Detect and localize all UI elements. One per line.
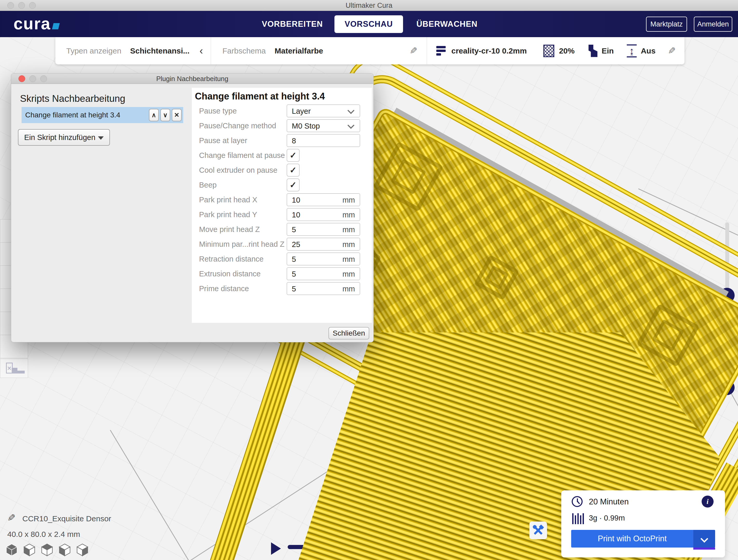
infill-value: 20% — [559, 46, 575, 55]
dialog-minimize-button[interactable] — [29, 75, 36, 82]
marketplace-button[interactable]: Marktplatz — [646, 17, 687, 32]
scripts-heading: Skripts Nachbearbeitung — [20, 93, 125, 104]
infill-icon — [543, 45, 554, 57]
dialog-titlebar[interactable]: Plugin Nachbearbeitung — [11, 73, 373, 84]
change-filament-checkbox[interactable]: ✓ — [287, 149, 300, 162]
pause-method-select[interactable]: M0 Stop — [287, 119, 360, 132]
settings-heading: Change filament at height 3.4 — [195, 91, 325, 102]
field-row: Park print head X 10mm — [192, 193, 372, 206]
add-script-button[interactable]: Ein Skript hinzufügen — [18, 129, 110, 146]
pause-type-select[interactable]: Layer — [287, 104, 360, 117]
retraction-distance-input[interactable]: 5mm — [287, 252, 360, 265]
remove-script-button[interactable]: ✕ — [172, 109, 181, 121]
qr-finder-square — [474, 254, 520, 301]
print-settings-summary[interactable]: creality-cr-10 0.2mm 20% Ein ↨ Aus ✎ — [427, 37, 685, 64]
close-dialog-button[interactable]: Schließen — [328, 327, 369, 340]
park-y-input[interactable]: 10mm — [287, 208, 360, 221]
minimum-park-z-input[interactable]: 25mm — [287, 238, 360, 251]
field-row: Change filament at pause ✓ — [192, 149, 372, 162]
window-close-button[interactable] — [7, 2, 14, 9]
dialog-close-button[interactable] — [18, 75, 25, 82]
window-titlebar: Ultimaker Cura — [0, 0, 738, 11]
field-row: Extrusion distance 5mm — [192, 267, 372, 280]
move-script-up-button[interactable]: ∧ — [149, 109, 159, 121]
view-type-value[interactable]: Schichtenansi... — [130, 46, 190, 55]
model-name: CCR10_Exquisite Densor — [22, 514, 111, 523]
cura-logo: cura — [14, 14, 59, 33]
beep-checkbox[interactable]: ✓ — [287, 178, 300, 191]
window-zoom-button[interactable] — [29, 2, 36, 9]
color-scheme-selector[interactable]: Farbschema Materialfarbe ✎ — [211, 37, 427, 64]
view-right-icon[interactable] — [76, 543, 88, 556]
app-header: cura VORBEREITEN VORSCHAU ÜBERWACHEN Mar… — [0, 11, 738, 37]
window-minimize-button[interactable] — [18, 2, 25, 9]
field-row: Move print head Z 5mm — [192, 223, 372, 236]
material-usage: 3g · 0.99m — [589, 514, 625, 522]
view-orientation-buttons — [6, 543, 88, 556]
rename-pencil-icon: ✎ — [7, 512, 16, 524]
clock-icon — [572, 496, 583, 507]
view-left-icon[interactable] — [59, 543, 71, 556]
field-row: Prime distance 5mm — [192, 282, 372, 295]
window-title: Ultimaker Cura — [0, 0, 738, 11]
info-icon[interactable]: i — [702, 496, 714, 508]
tab-vorschau[interactable]: VORSCHAU — [334, 15, 403, 33]
field-row: Retraction distance 5mm — [192, 252, 372, 265]
collapse-chevron-icon[interactable]: ‹ — [200, 45, 203, 57]
post-processing-dialog: Plugin Nachbearbeitung Skripts Nachbearb… — [11, 73, 374, 342]
field-row: Minimum par...rint head Z 25mm — [192, 238, 372, 251]
pause-at-layer-input[interactable]: 8 — [287, 134, 360, 147]
model-dimensions: 40.0 x 80.0 x 2.4 mm — [7, 530, 80, 539]
support-icon — [587, 45, 598, 57]
adhesion-value: Aus — [641, 46, 656, 55]
field-row: Pause at layer 8 — [192, 134, 372, 147]
script-settings-panel: Change filament at height 3.4 Pause type… — [192, 88, 372, 323]
view-3d-icon[interactable] — [6, 543, 18, 556]
layer-height-icon — [436, 46, 446, 56]
print-options-chevron-icon[interactable] — [693, 530, 715, 548]
script-name: Change filament at height 3.4 — [22, 111, 149, 119]
view-type-label: Typen anzeigen — [66, 46, 121, 55]
view-top-icon[interactable] — [41, 543, 53, 556]
view-front-icon[interactable] — [23, 543, 35, 556]
field-row: Park print head Y 10mm — [192, 208, 372, 221]
print-time: 20 Minuten — [589, 497, 629, 507]
edit-pencil-icon[interactable]: ✎ — [668, 45, 676, 56]
cool-extruder-checkbox[interactable]: ✓ — [287, 164, 300, 177]
tab-vorbereiten[interactable]: VORBEREITEN — [260, 15, 325, 33]
octoprint-settings-button[interactable] — [529, 522, 547, 539]
park-x-input[interactable]: 10mm — [287, 193, 360, 206]
preview-toolbar: Typen anzeigen Schichtenansi... ‹ Farbsc… — [55, 37, 685, 64]
adhesion-icon: ↨ — [626, 44, 637, 57]
qr-finder-square — [373, 141, 444, 212]
edit-pencil-icon[interactable]: ✎ — [410, 45, 417, 56]
qr-finder-square — [636, 304, 700, 367]
move-z-input[interactable]: 5mm — [287, 223, 360, 236]
tool-custom-supports-button[interactable]: ✕ — [0, 359, 28, 378]
printer-profile-value[interactable]: creality-cr-10 0.2mm — [451, 46, 527, 55]
tab-ueberwachen[interactable]: ÜBERWACHEN — [413, 15, 481, 33]
print-job-panel: 20 Minuten i 3g · 0.99m Print with OctoP… — [561, 490, 725, 557]
stairs-icon — [16, 371, 25, 374]
filament-icon — [572, 513, 584, 524]
play-button[interactable] — [271, 542, 281, 555]
dropdown-caret-icon — [98, 136, 104, 140]
field-row: Beep ✓ — [192, 178, 372, 191]
color-scheme-value[interactable]: Materialfarbe — [275, 46, 323, 55]
dialog-title: Plugin Nachbearbeitung — [11, 73, 373, 84]
buildplate-edge-line — [110, 430, 212, 560]
prime-distance-input[interactable]: 5mm — [287, 282, 360, 295]
dialog-zoom-button[interactable] — [40, 75, 47, 82]
color-scheme-label: Farbschema — [223, 46, 266, 55]
field-row: Cool extruder on pause ✓ — [192, 164, 372, 177]
logo-dot-icon — [52, 23, 60, 29]
support-value: Ein — [602, 46, 614, 55]
script-list-item[interactable]: Change filament at height 3.4 ∧ ∨ ✕ — [22, 107, 183, 123]
move-script-down-button[interactable]: ∨ — [160, 109, 170, 121]
sign-in-button[interactable]: Anmelden — [694, 17, 732, 32]
view-type-selector[interactable]: Typen anzeigen Schichtenansi... ‹ — [55, 37, 211, 64]
field-row: Pause/Change method M0 Stop — [192, 119, 372, 132]
field-row: Pause type Layer — [192, 104, 372, 117]
print-with-octoprint-button[interactable]: Print with OctoPrint — [571, 530, 715, 548]
extrusion-distance-input[interactable]: 5mm — [287, 267, 360, 280]
